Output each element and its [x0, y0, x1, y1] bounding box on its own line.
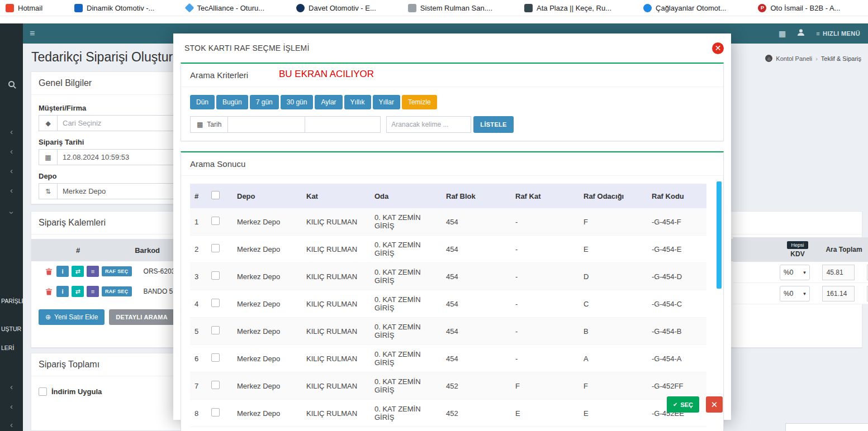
- kdv-select[interactable]: %0▾: [780, 286, 810, 301]
- listele-button[interactable]: LİSTELE: [473, 116, 513, 133]
- table-row[interactable]: 3Merkez DepoKILIÇ RULMAN0. KAT ZEMİN GİR…: [190, 263, 706, 290]
- row-checkbox[interactable]: [211, 299, 220, 307]
- keyword-input[interactable]: [386, 116, 471, 133]
- chevron-left-icon[interactable]: ‹: [10, 148, 13, 155]
- transfer-button[interactable]: ⇄: [72, 266, 84, 277]
- filter-button[interactable]: Yıllık: [344, 95, 371, 109]
- search-icon[interactable]: [8, 81, 15, 87]
- filter-button[interactable]: 7 gün: [250, 95, 279, 109]
- sidebar-item-label[interactable]: LERİ: [1, 344, 23, 351]
- bookmark[interactable]: Ata Plaza || Keçe, Ru...: [524, 4, 611, 12]
- filter-button[interactable]: Bugün: [216, 95, 248, 109]
- cell-raf_blok: 454: [442, 236, 511, 263]
- chevron-left-icon[interactable]: ‹: [10, 403, 13, 410]
- breadcrumb-home[interactable]: Kontol Paneli: [776, 55, 812, 62]
- cell-raf_kodu: -G-454-D: [647, 263, 706, 290]
- chevron-left-icon[interactable]: ‹: [10, 422, 13, 428]
- table-row[interactable]: 4Merkez DepoKILIÇ RULMAN0. KAT ZEMİN GİR…: [190, 290, 706, 318]
- chevron-left-icon[interactable]: ‹: [10, 384, 13, 390]
- bookmark-label: Oto İsmail - B2B - A...: [770, 4, 840, 12]
- date-start-input[interactable]: [228, 116, 305, 133]
- col-header-num: #: [76, 246, 80, 255]
- user-icon[interactable]: [797, 28, 805, 39]
- transfer-button[interactable]: ⇄: [72, 286, 84, 297]
- calendar-icon: ▦: [39, 149, 57, 165]
- cell-oda: 0. KAT ZEMİN GİRİŞ: [370, 236, 442, 263]
- arama-sonucu-panel: Arama Sonucu #DepoKatOdaRaf BlokRaf KatR…: [181, 151, 724, 431]
- table-row[interactable]: 2Merkez DepoKILIÇ RULMAN0. KAT ZEMİN GİR…: [190, 236, 706, 263]
- table-scrollbar[interactable]: [717, 181, 722, 371]
- modal-footer: ✔ SEÇ ✕: [667, 396, 723, 413]
- cell-kat: KILIÇ RULMAN: [302, 345, 370, 372]
- add-row-button[interactable]: ⊕ Yeni Satır Ekle: [39, 309, 105, 325]
- breadcrumb-separator: ›: [815, 55, 818, 62]
- info-button[interactable]: i: [56, 266, 69, 277]
- bookmark[interactable]: Çağlayanlar Otomot...: [643, 4, 726, 12]
- row-checkbox[interactable]: [211, 408, 220, 416]
- trash-icon: [46, 288, 52, 295]
- row-checkbox[interactable]: [211, 271, 220, 280]
- table-row[interactable]: 7Merkez DepoKILIÇ RULMAN0. KAT ZEMİN GİR…: [190, 372, 706, 400]
- chevron-left-icon[interactable]: ‹: [10, 128, 13, 135]
- filter-button[interactable]: Aylar: [315, 95, 342, 109]
- quick-menu-button[interactable]: ≡ HIZLI MENÜ: [816, 30, 860, 37]
- list-button[interactable]: ≡: [87, 266, 99, 277]
- date-end-input[interactable]: [305, 116, 381, 133]
- grid-icon[interactable]: ▦: [779, 29, 786, 38]
- chevron-left-icon[interactable]: ‹: [10, 187, 13, 194]
- menu-toggle-icon[interactable]: ≡: [30, 28, 35, 39]
- kdv-select[interactable]: %0▾: [780, 265, 810, 280]
- sidebar-item-label[interactable]: PARİŞLE: [1, 298, 23, 304]
- bookmark[interactable]: TecAlliance - Oturu...: [186, 4, 264, 12]
- table-row[interactable]: 8Merkez DepoKILIÇ RULMAN0. KAT ZEMİN GİR…: [190, 400, 706, 427]
- filter-button[interactable]: Dün: [190, 95, 215, 109]
- hepsi-badge[interactable]: Hepsi: [787, 241, 808, 249]
- breadcrumb: ⌂ Kontol Paneli › Teklif & Sipariş: [765, 55, 861, 62]
- row-checkbox[interactable]: [211, 244, 220, 252]
- filter-button[interactable]: Yıllar: [373, 95, 400, 109]
- scrollbar-thumb[interactable]: [717, 181, 722, 289]
- delete-row-button[interactable]: [46, 288, 52, 295]
- detailed-search-button[interactable]: DETAYLI ARAMA: [109, 309, 174, 325]
- bookmark[interactable]: POto İsmail - B2B - A...: [758, 4, 840, 12]
- sec-button[interactable]: ✔ SEÇ: [667, 396, 699, 413]
- temizle-button[interactable]: Temizle: [402, 95, 437, 109]
- cell-kat: KILIÇ RULMAN: [302, 263, 370, 290]
- row-checkbox[interactable]: [211, 217, 220, 225]
- raf-sec-button[interactable]: RAF SEÇ: [102, 266, 132, 276]
- delete-row-button[interactable]: [46, 268, 52, 275]
- modal-close-icon[interactable]: ✕: [712, 42, 724, 54]
- bookmark[interactable]: Sistem Rulman San....: [408, 4, 492, 12]
- chevron-left-icon[interactable]: ‹: [10, 167, 13, 174]
- sidebar-item-label[interactable]: UŞTUR: [1, 325, 23, 332]
- bookmark[interactable]: Hotmail: [6, 4, 42, 12]
- cell-kat: KILIÇ RULMAN: [302, 318, 370, 345]
- filter-button[interactable]: 30 gün: [281, 95, 314, 109]
- table-row[interactable]: 1Merkez DepoKILIÇ RULMAN0. KAT ZEMİN GİR…: [190, 208, 706, 236]
- cell-depo: Merkez Depo: [233, 236, 302, 263]
- row-checkbox-cell: [207, 345, 233, 372]
- cell-raf_odacigi: F: [579, 208, 647, 236]
- row-checkbox[interactable]: [211, 353, 220, 362]
- chevron-down-icon[interactable]: ›: [8, 212, 15, 214]
- modal-cancel-button[interactable]: ✕: [706, 396, 723, 413]
- table-row[interactable]: 5Merkez DepoKILIÇ RULMAN0. KAT ZEMİN GİR…: [190, 318, 706, 345]
- col-header: Raf Kodu: [647, 184, 706, 208]
- panel-title: Arama Kriterleri: [190, 70, 248, 80]
- cell-oda: 0. KAT ZEMİN GİRİŞ: [370, 290, 442, 318]
- row-checkbox[interactable]: [211, 326, 220, 334]
- list-button[interactable]: ≡: [87, 286, 99, 297]
- select-all-checkbox[interactable]: [211, 191, 220, 199]
- table-row[interactable]: 6Merkez DepoKILIÇ RULMAN0. KAT ZEMİN GİR…: [190, 345, 706, 372]
- cell-kat: KILIÇ RULMAN: [302, 236, 370, 263]
- raf-table: #DepoKatOdaRaf BlokRaf KatRaf OdacığıRaf…: [190, 184, 706, 427]
- bookmark[interactable]: Davet Otomotiv - E...: [296, 4, 376, 12]
- raf-sec-button[interactable]: RAF SEÇ: [102, 286, 132, 296]
- bookmark[interactable]: Dinamik Otomotiv -...: [74, 4, 154, 12]
- row-checkbox[interactable]: [211, 381, 220, 389]
- cell-kat: KILIÇ RULMAN: [302, 400, 370, 427]
- indirim-checkbox[interactable]: [39, 387, 47, 396]
- bookmark-favicon: [643, 4, 652, 12]
- info-button[interactable]: i: [56, 286, 69, 297]
- row-checkbox-cell: [207, 208, 233, 236]
